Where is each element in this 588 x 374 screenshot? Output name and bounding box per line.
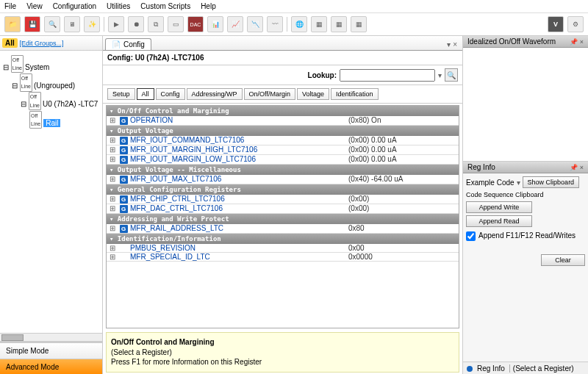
grid3-icon[interactable]: ▦: [351, 16, 367, 32]
left-panel: All [Edit Groups...] ⊟ OffLineSystem ⊟ O…: [0, 36, 103, 374]
append-write-button[interactable]: Append Write: [466, 201, 532, 213]
tab-onoff[interactable]: On/Off/Margin: [244, 88, 295, 100]
code-sequence-label: Code Sequence Clipboard: [466, 191, 585, 198]
waveform-panel-header[interactable]: Idealized On/Off Waveform📌 ×: [463, 36, 588, 48]
tree-rail-selected[interactable]: Rail: [43, 119, 60, 127]
save-icon[interactable]: 💾: [24, 16, 40, 32]
register-row[interactable]: ⊞GMFR_DAC_CTRL_LTC7106(0x00): [107, 204, 459, 214]
advanced-mode-button[interactable]: Advanced Mode: [0, 359, 102, 374]
register-group-header[interactable]: ▾ Identification/Information: [107, 234, 459, 244]
register-row[interactable]: ⊞GOPERATION(0x80) On: [107, 116, 459, 126]
tab-setup[interactable]: Setup: [107, 88, 135, 100]
chevron-down-icon[interactable]: ▾: [438, 71, 442, 79]
append-f11-label: Append F11/F12 Read/Writes: [478, 231, 576, 240]
status-bar: Reg Info (Select a Register): [463, 362, 588, 374]
register-group-header[interactable]: ▾ General Configuration Registers: [107, 184, 459, 195]
menu-bar: File View Configuration Utilities Custom…: [0, 0, 588, 13]
tree-ungrouped[interactable]: (Ungrouped): [34, 82, 75, 90]
device-tree[interactable]: ⊟ OffLineSystem ⊟ OffLine(Ungrouped) ⊟ O…: [0, 51, 102, 333]
config-tab[interactable]: 📄 Config: [105, 38, 151, 50]
grid2-icon[interactable]: ▦: [331, 16, 347, 32]
hint-panel: On/Off Control and Margining (Select a R…: [106, 332, 459, 373]
lookup-label: Lookup:: [308, 71, 337, 79]
register-group-header[interactable]: ▾ On/Off Control and Margining: [107, 106, 459, 116]
wave4-icon[interactable]: 〰: [267, 16, 283, 32]
append-f11-checkbox[interactable]: [466, 231, 476, 241]
example-code-label: Example Code: [466, 179, 514, 187]
menu-custom-scripts[interactable]: Custom Scripts: [140, 2, 190, 10]
monitor-icon[interactable]: 🖥: [64, 16, 80, 32]
simple-mode-button[interactable]: Simple Mode: [0, 342, 102, 359]
tree-system[interactable]: System: [25, 63, 49, 71]
tab-voltage[interactable]: Voltage: [297, 88, 329, 100]
globe-icon[interactable]: 🌐: [291, 16, 307, 32]
wave2-icon[interactable]: 📈: [227, 16, 243, 32]
menu-view[interactable]: View: [26, 2, 43, 10]
register-grid[interactable]: ▾ On/Off Control and Margining⊞GOPERATIO…: [106, 105, 459, 328]
wizard-icon[interactable]: ✨: [84, 16, 100, 32]
center-panel: 📄 Config ▾ × Config: U0 (7h2A) -LTC7106 …: [103, 36, 463, 374]
register-row[interactable]: ⊞GMFR_IOUT_COMMAND_LTC7106(0x00) 0.00 uA: [107, 136, 459, 145]
register-row[interactable]: ⊞GMFR_IOUT_MARGIN_LOW_LTC7106(0x00) 0.00…: [107, 155, 459, 165]
menu-utilities[interactable]: Utilities: [107, 2, 130, 10]
tab-addressing[interactable]: Addressing/WP: [187, 88, 243, 100]
lookup-search-icon[interactable]: 🔍: [445, 68, 458, 82]
tab-config[interactable]: Config: [156, 88, 185, 100]
append-read-button[interactable]: Append Read: [466, 215, 532, 227]
toolbar: 📁 💾 🔍 🖥 ✨ ▶ ⏺ ⧉ ▭ DAC 📊 📈 📉 〰 🌐 ▦ ▦ ▦ V …: [0, 13, 588, 36]
tree-device[interactable]: U0 (7h2A) -LTC7: [43, 101, 98, 109]
separator: [287, 17, 287, 32]
register-group-header[interactable]: ▾ Output Voltage -- Miscellaneous: [107, 165, 459, 175]
menu-file[interactable]: File: [4, 2, 16, 10]
chevron-down-icon[interactable]: ▾: [517, 179, 520, 187]
register-row[interactable]: ⊞GMFR_IOUT_MARGIN_HIGH_LTC7106(0x00) 0.0…: [107, 145, 459, 155]
search-icon[interactable]: 🔍: [44, 16, 60, 32]
register-group-header[interactable]: ▾ Addressing and Write Protect: [107, 214, 459, 224]
rect-icon[interactable]: ▭: [168, 16, 184, 32]
horizontal-scrollbar[interactable]: [0, 333, 102, 342]
waveform-canvas: [463, 48, 588, 162]
tab-all[interactable]: All: [137, 88, 154, 100]
register-row[interactable]: ⊞GMFR_IOUT_MAX_LTC7106(0x40) -64.00 uA: [107, 175, 459, 184]
register-row[interactable]: ⊞GMFR_CHIP_CTRL_LTC7106(0x00): [107, 195, 459, 204]
wave1-icon[interactable]: 📊: [207, 16, 223, 32]
register-row[interactable]: ⊞MFR_SPECIAL_ID_LTC0x0000: [107, 253, 459, 262]
record-icon[interactable]: ⏺: [128, 16, 144, 32]
pin-icon[interactable]: ▾ ×: [444, 40, 460, 48]
clear-button[interactable]: Clear: [541, 254, 585, 266]
reginfo-panel-header[interactable]: Reg Info📌 ×: [463, 162, 588, 173]
v-icon[interactable]: V: [548, 16, 564, 32]
category-tabs: Setup All Config Addressing/WP On/Off/Ma…: [103, 85, 462, 104]
dac-icon[interactable]: DAC: [187, 16, 204, 32]
group-icon[interactable]: ⚙: [567, 16, 584, 32]
menu-configuration[interactable]: Configuration: [53, 2, 96, 10]
right-panel: Idealized On/Off Waveform📌 × Reg Info📌 ×…: [463, 36, 588, 374]
config-title: Config: U0 (7h2A) -LTC7106: [103, 51, 462, 65]
grid1-icon[interactable]: ▦: [311, 16, 327, 32]
menu-help[interactable]: Help: [201, 2, 216, 10]
wave3-icon[interactable]: 📉: [247, 16, 263, 32]
all-button[interactable]: All: [2, 38, 18, 48]
register-row[interactable]: ⊞GMFR_RAIL_ADDRESS_LTC0x80: [107, 224, 459, 234]
folder-icon[interactable]: 📁: [4, 16, 21, 32]
register-group-header[interactable]: ▾ Output Voltage: [107, 126, 459, 136]
edit-groups-link[interactable]: [Edit Groups...]: [20, 40, 64, 47]
separator: [104, 17, 104, 32]
play-icon[interactable]: ▶: [108, 16, 124, 32]
clone-icon[interactable]: ⧉: [148, 16, 164, 32]
status-dot-icon: [467, 366, 473, 372]
show-clipboard-button[interactable]: Show Clipboard: [523, 176, 580, 188]
tab-identification[interactable]: Identification: [331, 88, 379, 100]
register-row[interactable]: ⊞PMBUS_REVISION0x00: [107, 244, 459, 253]
lookup-input[interactable]: [340, 69, 435, 82]
